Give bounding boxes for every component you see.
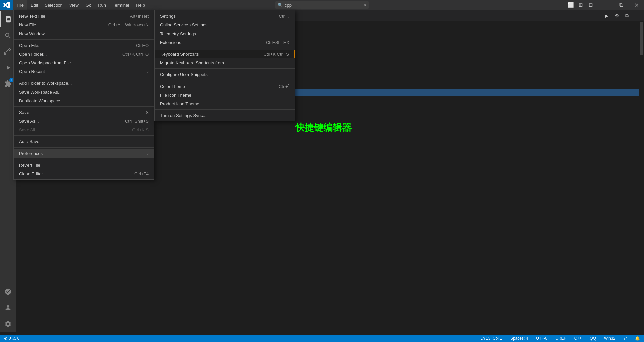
open-settings-icon[interactable]: ⚙ bbox=[612, 11, 621, 20]
prefs-user-snippets[interactable]: Configure User Snippets bbox=[155, 70, 295, 79]
vscode-logo bbox=[0, 0, 13, 10]
menu-preferences[interactable]: Preferences › bbox=[14, 149, 154, 158]
menu-save-workspace-as[interactable]: Save Workspace As... bbox=[14, 88, 154, 96]
status-spaces-label: Spaces: 4 bbox=[510, 336, 528, 341]
menu-edit[interactable]: Edit bbox=[27, 0, 41, 10]
status-encoding[interactable]: UTF-8 bbox=[535, 335, 549, 342]
scrollbar-thumb[interactable] bbox=[640, 22, 643, 55]
scrollbar-area[interactable] bbox=[639, 22, 644, 342]
prefs-online-services[interactable]: Online Services Settings bbox=[155, 20, 295, 29]
run-debug-icon bbox=[4, 64, 12, 71]
warning-icon: ⚠ bbox=[12, 336, 16, 341]
file-menu-open-section: Open File... Ctrl+O Open Folder... Ctrl+… bbox=[14, 40, 154, 77]
menu-save-as[interactable]: Save As... Ctrl+Shift+S bbox=[14, 117, 154, 125]
menu-open-recent[interactable]: Open Recent › bbox=[14, 67, 154, 76]
run-or-debug-icon[interactable]: ▶ bbox=[602, 11, 611, 20]
menu-save-all[interactable]: Save All Ctrl+K S bbox=[14, 125, 154, 134]
prefs-telemetry[interactable]: Telemetry Settings bbox=[155, 29, 295, 38]
status-win32-label: Win32 bbox=[604, 336, 615, 341]
search-dropdown-icon: ▾ bbox=[364, 3, 366, 8]
search-box[interactable]: 🔍 ▾ bbox=[275, 1, 369, 9]
search-icon: 🔍 bbox=[278, 3, 283, 7]
split-editor-icon[interactable]: ⬜ bbox=[566, 1, 575, 9]
activity-accounts[interactable] bbox=[0, 300, 16, 316]
menu-duplicate-workspace[interactable]: Duplicate Workspace bbox=[14, 96, 154, 105]
menu-save[interactable]: Save S bbox=[14, 108, 154, 117]
file-menu: New Text File Alt+Insert New File... Ctr… bbox=[13, 10, 154, 180]
prefs-settings-section: Settings Ctrl+, Online Services Settings… bbox=[155, 10, 295, 48]
menu-new-text-file[interactable]: New Text File Alt+Insert bbox=[14, 12, 154, 20]
title-bar-right: ⬜ ⊞ ⊟ ─ ⧉ ✕ bbox=[566, 0, 644, 10]
status-win32[interactable]: Win32 bbox=[603, 335, 617, 342]
prefs-migrate-keyboard[interactable]: Migrate Keyboard Shortcuts from... bbox=[155, 58, 295, 67]
prefs-file-icon-theme[interactable]: File Icon Theme bbox=[155, 91, 295, 99]
prefs-color-theme[interactable]: Color Theme Ctrl+` bbox=[155, 82, 295, 91]
status-language[interactable]: C++ bbox=[573, 335, 583, 342]
menu-open-workspace[interactable]: Open Workspace from File... bbox=[14, 58, 154, 67]
prefs-sync-section: Turn on Settings Sync... bbox=[155, 110, 295, 121]
menu-run[interactable]: Run bbox=[95, 0, 109, 10]
tab-bar-actions: ▶ ⚙ ⧉ … bbox=[602, 11, 644, 20]
menu-auto-save[interactable]: Auto Save bbox=[14, 137, 154, 146]
search-activity-icon bbox=[4, 32, 12, 39]
status-encoding-label: UTF-8 bbox=[536, 336, 547, 341]
status-qq[interactable]: QQ bbox=[588, 335, 597, 342]
title-search-input[interactable] bbox=[285, 3, 352, 8]
customize-layout-icon[interactable]: ⊟ bbox=[586, 1, 595, 9]
file-menu-workspace-section: Add Folder to Workspace... Save Workspac… bbox=[14, 77, 154, 107]
status-spaces[interactable]: Spaces: 4 bbox=[509, 335, 529, 342]
status-eol[interactable]: CRLF bbox=[554, 335, 567, 342]
menu-selection[interactable]: Selection bbox=[41, 0, 66, 10]
menu-terminal[interactable]: Terminal bbox=[109, 0, 132, 10]
menu-file[interactable]: File bbox=[13, 0, 27, 10]
status-language-label: C++ bbox=[574, 336, 582, 341]
minimize-button[interactable]: ─ bbox=[598, 0, 613, 10]
status-eol-label: CRLF bbox=[555, 336, 566, 341]
source-control-icon bbox=[4, 48, 12, 55]
layout-icons: ⬜ ⊞ ⊟ bbox=[566, 1, 595, 9]
layout-icon[interactable]: ⊞ bbox=[576, 1, 585, 9]
kb-annotation: 快捷键编辑器 bbox=[295, 121, 352, 134]
settings-gear-icon bbox=[4, 320, 12, 328]
prefs-keyboard-shortcuts[interactable]: Keyboard Shortcuts Ctrl+K Ctrl+S bbox=[155, 50, 295, 58]
remote-icon bbox=[4, 288, 12, 295]
menu-new-file[interactable]: New File... Ctrl+Alt+Windows+N bbox=[14, 20, 154, 29]
vscode-icon bbox=[3, 2, 10, 8]
prefs-extensions[interactable]: Extensions Ctrl+Shift+X bbox=[155, 38, 295, 47]
error-icon: ⊗ bbox=[4, 336, 7, 341]
file-menu-save-section: Save S Save As... Ctrl+Shift+S Save All … bbox=[14, 107, 154, 136]
warning-count: 0 bbox=[17, 336, 20, 341]
menu-bar: File Edit Selection View Go Run Terminal… bbox=[13, 0, 148, 10]
menu-close-editor[interactable]: Close Editor Ctrl+F4 bbox=[14, 169, 154, 178]
menu-new-window[interactable]: New Window bbox=[14, 29, 154, 38]
menu-go[interactable]: Go bbox=[82, 0, 95, 10]
menu-open-file[interactable]: Open File... Ctrl+O bbox=[14, 41, 154, 50]
prefs-product-icon-theme[interactable]: Product Icon Theme bbox=[155, 99, 295, 108]
menu-view[interactable]: View bbox=[66, 0, 82, 10]
status-position[interactable]: Ln 13, Col 1 bbox=[479, 335, 503, 342]
menu-open-folder[interactable]: Open Folder... Ctrl+K Ctrl+O bbox=[14, 50, 154, 58]
accounts-icon bbox=[4, 304, 12, 311]
file-menu-autosave-section: Auto Save bbox=[14, 136, 154, 148]
close-button[interactable]: ✕ bbox=[629, 0, 644, 10]
menu-revert-file[interactable]: Revert File bbox=[14, 161, 154, 169]
activity-settings[interactable] bbox=[0, 316, 16, 332]
prefs-settings[interactable]: Settings Ctrl+, bbox=[155, 12, 295, 20]
title-bar-center: 🔍 ▾ bbox=[275, 1, 369, 9]
prefs-snippets-section: Configure User Snippets bbox=[155, 69, 295, 80]
status-line-col: Ln 13, Col 1 bbox=[480, 336, 502, 341]
menu-add-folder[interactable]: Add Folder to Workspace... bbox=[14, 79, 154, 88]
activity-remote[interactable] bbox=[0, 284, 16, 300]
status-errors[interactable]: ⊗ 0 ⚠ 0 bbox=[3, 335, 21, 342]
split-editor-right-icon[interactable]: ⧉ bbox=[623, 11, 631, 20]
file-menu-revert-section: Revert File Close Editor Ctrl+F4 bbox=[14, 159, 154, 179]
prefs-settings-sync[interactable]: Turn on Settings Sync... bbox=[155, 111, 295, 120]
status-bar-left: ⊗ 0 ⚠ 0 bbox=[3, 335, 21, 342]
status-notification[interactable]: 🔔 bbox=[634, 335, 641, 342]
title-bar: File Edit Selection View Go Run Terminal… bbox=[0, 0, 644, 10]
menu-help[interactable]: Help bbox=[132, 0, 148, 10]
status-remote-icon[interactable]: ⇄ bbox=[622, 335, 628, 342]
more-actions-icon[interactable]: … bbox=[633, 11, 641, 20]
status-bar-right: Ln 13, Col 1 Spaces: 4 UTF-8 CRLF C++ QQ… bbox=[479, 335, 641, 342]
restore-button[interactable]: ⧉ bbox=[613, 0, 629, 10]
